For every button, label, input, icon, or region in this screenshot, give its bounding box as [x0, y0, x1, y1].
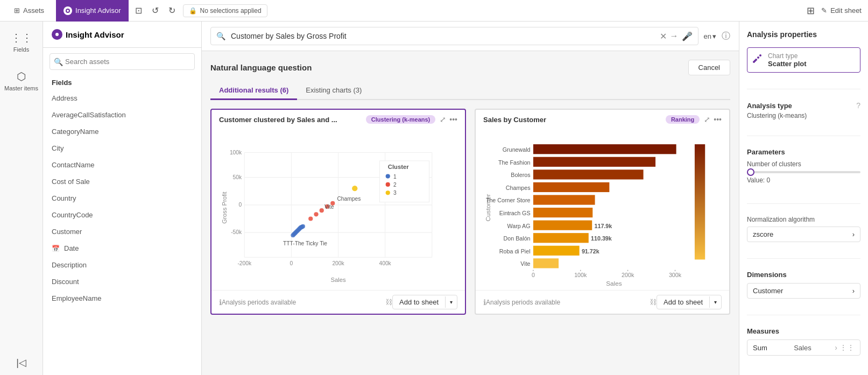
- field-item-cost-of-sale[interactable]: Cost of Sale: [43, 173, 201, 190]
- chart1-footer: ℹ Analysis periods available ⛓ Add to sh…: [211, 290, 465, 314]
- edit-sheet-button[interactable]: ✎ Edit sheet: [821, 6, 862, 15]
- measures-row[interactable]: Sum Sales › ⋮⋮: [747, 339, 860, 356]
- field-item-countrycode[interactable]: CountryCode: [43, 207, 201, 223]
- dimensions-section: Dimensions Customer ›: [747, 271, 860, 299]
- svg-text:0: 0: [238, 202, 242, 208]
- svg-text:0: 0: [290, 260, 293, 266]
- normalization-select[interactable]: zscore ›: [747, 227, 860, 242]
- cancel-button[interactable]: Cancel: [688, 60, 730, 75]
- field-item-employeename[interactable]: EmployeeName: [43, 290, 201, 307]
- fields-section-label: Fields: [52, 79, 72, 87]
- field-item-customer[interactable]: Customer: [43, 223, 201, 240]
- svg-text:Sales: Sales: [330, 277, 346, 283]
- top-bar-icons: ⊡ ↺ ↻ 🔒 No selections applied: [133, 3, 267, 18]
- field-item-city[interactable]: City: [43, 140, 201, 157]
- sidebar-item-master[interactable]: ⬡ Master items: [1, 67, 41, 95]
- insight-advisor-tab[interactable]: Insight Advisor: [56, 0, 129, 22]
- chart-card-bar-header: Sales by Customer Ranking ⤢ •••: [476, 110, 729, 127]
- chart-card-scatter: Customer clustered by Sales and ... Clus…: [210, 109, 466, 315]
- no-selections: 🔒 No selections applied: [183, 4, 267, 17]
- tab-additional-results[interactable]: Additional results (6): [210, 82, 297, 100]
- search-assets-icon: 🔍: [54, 58, 63, 66]
- redo-icon[interactable]: ↻: [166, 3, 178, 18]
- scatter-icon: [752, 53, 763, 67]
- share-icon-2[interactable]: ⛓: [650, 298, 657, 306]
- panel-title: Analysis properties: [747, 30, 860, 39]
- field-item-averagecallsatisfaction[interactable]: AverageCallSatisfaction: [43, 107, 201, 123]
- chart2-icons: ⤢ •••: [704, 115, 722, 124]
- nlq-actions: ✕ → 🎤: [660, 31, 698, 41]
- tab-existing-charts[interactable]: Existing charts (3): [297, 82, 370, 100]
- field-item-discount[interactable]: Discount: [43, 273, 201, 290]
- more-icon[interactable]: •••: [449, 115, 457, 124]
- analysis-type-value: Clustering (k-means): [747, 112, 860, 119]
- nlq-lang-selector[interactable]: en ▾: [704, 32, 716, 40]
- search-assets-input[interactable]: [50, 53, 195, 70]
- svg-text:100k: 100k: [230, 150, 242, 155]
- field-label: CategoryName: [52, 128, 98, 136]
- add-to-sheet-chevron-2[interactable]: ▾: [709, 296, 721, 308]
- main-content: 🔍 ✕ → 🎤 en ▾ ⓘ Natural language question…: [202, 22, 739, 375]
- chart1-footer-label: Analysis periods available: [222, 299, 296, 306]
- chart-type-row[interactable]: Chart type Scatter plot: [747, 47, 860, 73]
- help-icon[interactable]: ?: [856, 101, 860, 110]
- expand-icon[interactable]: ⤢: [440, 115, 446, 124]
- svg-rect-79: [533, 246, 580, 256]
- dim-chevron: ›: [852, 287, 855, 295]
- add-to-sheet-btn-2[interactable]: Add to sheet ▾: [657, 295, 722, 309]
- field-item-description[interactable]: Description: [43, 257, 201, 273]
- fields-section-header: Fields: [43, 75, 201, 90]
- field-item-address[interactable]: Address: [43, 90, 201, 107]
- fields-label: Fields: [13, 46, 29, 53]
- svg-text:243.77k: 243.77k: [658, 159, 679, 166]
- svg-point-51: [386, 190, 390, 195]
- chart2-footer: ℹ Analysis periods available ⛓ Add to sh…: [476, 290, 729, 314]
- chart1-badge: Clustering (k-means): [366, 115, 435, 124]
- svg-point-96: [759, 54, 761, 56]
- submit-button[interactable]: →: [670, 31, 679, 41]
- field-calendar-icon: 📅: [52, 245, 60, 252]
- normalization-label: Normalization algorithm: [747, 216, 860, 223]
- add-to-sheet-btn-1[interactable]: Add to sheet ▾: [392, 295, 457, 309]
- svg-text:2: 2: [393, 182, 397, 188]
- camera-icon[interactable]: ⊡: [133, 3, 144, 18]
- grid-icon[interactable]: ⊞: [805, 3, 817, 19]
- measure-value: Sales: [794, 344, 831, 352]
- chart2-title: Sales by Customer: [483, 116, 661, 124]
- measures-section: Measures Sum Sales › ⋮⋮: [747, 327, 860, 356]
- divider-4: [747, 258, 860, 259]
- dimension-select[interactable]: Customer ›: [747, 283, 860, 299]
- measure-label: Sum: [753, 344, 791, 352]
- lock-icon: 🔒: [189, 7, 197, 15]
- svg-text:Eintrach GS: Eintrach GS: [499, 210, 531, 216]
- field-item-date[interactable]: 📅Date: [43, 240, 201, 257]
- normalization-value: zscore: [753, 230, 773, 238]
- sidebar-add-button[interactable]: |◁: [16, 357, 26, 369]
- parameters-section: Parameters Number of clusters Value: 0: [747, 148, 860, 187]
- undo-icon[interactable]: ↺: [150, 3, 161, 18]
- sidebar-item-fields[interactable]: ⋮⋮ Fields: [8, 28, 36, 56]
- insight-advisor-tab-icon: [63, 6, 72, 15]
- assets-icon: ⊞: [14, 6, 20, 15]
- nlq-input[interactable]: [231, 27, 660, 45]
- nlq-info-icon[interactable]: ⓘ: [722, 31, 730, 42]
- svg-point-34: [308, 216, 313, 221]
- assets-tab[interactable]: ⊞ Assets: [6, 0, 52, 22]
- edit-icon: ✎: [821, 6, 827, 15]
- field-item-categoryname[interactable]: CategoryName: [43, 123, 201, 140]
- analysis-type-section-title: Analysis type: [747, 102, 792, 110]
- slider-thumb[interactable]: [747, 168, 754, 176]
- svg-text:Vite: Vite: [520, 260, 530, 267]
- mic-button[interactable]: 🎤: [682, 31, 693, 41]
- field-item-country[interactable]: Country: [43, 190, 201, 207]
- svg-text:Vite: Vite: [324, 204, 334, 210]
- right-panel: Analysis properties Chart type Scatter p…: [739, 22, 868, 375]
- more-icon-2[interactable]: •••: [714, 115, 722, 124]
- field-item-contactname[interactable]: ContactName: [43, 157, 201, 173]
- slider-track: [747, 171, 860, 173]
- clear-button[interactable]: ✕: [660, 31, 667, 41]
- add-to-sheet-chevron-1[interactable]: ▾: [445, 296, 457, 308]
- svg-text:Boleros: Boleros: [511, 172, 530, 178]
- share-icon[interactable]: ⛓: [385, 298, 392, 306]
- expand-icon-2[interactable]: ⤢: [704, 115, 710, 124]
